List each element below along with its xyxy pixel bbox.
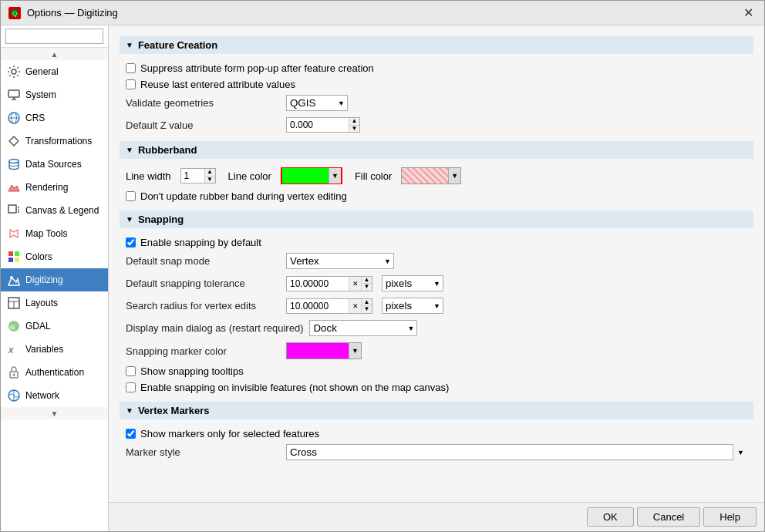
sidebar-item-transformations[interactable]: Transformations xyxy=(1,130,108,153)
snapping-header[interactable]: ▼ Snapping xyxy=(120,210,753,228)
sidebar-item-gdal[interactable]: G GDAL xyxy=(1,315,108,338)
vertex-markers-header[interactable]: ▼ Vertex Markers xyxy=(120,402,753,419)
rendering-icon xyxy=(7,180,21,194)
search-radius-unit-select[interactable]: pixels xyxy=(382,298,443,314)
snapping-marker-color-button[interactable]: ▼ xyxy=(286,342,362,359)
title-bar: Q Options — Digitizing ✕ xyxy=(1,1,764,25)
variables-icon: x xyxy=(7,342,21,356)
validate-geometries-select[interactable]: QGIS xyxy=(286,95,348,111)
system-icon xyxy=(7,88,21,102)
main-body: ▲ General System CRS xyxy=(1,25,764,531)
snap-tolerance-input[interactable] xyxy=(287,277,349,291)
snap-tolerance-row: Default snapping tolerance ✕ ▲ ▼ pixels xyxy=(120,273,753,294)
svg-rect-16 xyxy=(8,258,13,262)
sidebar-item-data-sources-label: Data Sources xyxy=(25,159,82,170)
search-radius-input[interactable] xyxy=(287,299,349,313)
snap-tolerance-label: Default snapping tolerance xyxy=(126,278,280,289)
reuse-values-row: Reuse last entered attribute values xyxy=(120,76,753,93)
marker-style-select[interactable]: Cross xyxy=(286,444,733,460)
sidebar-item-network[interactable]: Network xyxy=(1,384,108,407)
sidebar-item-data-sources[interactable]: Data Sources xyxy=(1,153,108,176)
sidebar-item-canvas-legend[interactable]: Canvas & Legend xyxy=(1,199,108,222)
snap-tolerance-down[interactable]: ▼ xyxy=(361,284,372,291)
svg-rect-10 xyxy=(8,205,16,213)
snap-tolerance-unit-select[interactable]: pixels xyxy=(382,275,443,291)
enable-snapping-checkbox[interactable] xyxy=(126,237,136,247)
reuse-values-checkbox[interactable] xyxy=(126,79,136,89)
sidebar-item-system[interactable]: System xyxy=(1,83,108,106)
snap-tolerance-clear[interactable]: ✕ xyxy=(349,277,361,291)
auth-icon xyxy=(7,365,21,379)
line-width-arrows: ▲ ▼ xyxy=(204,169,215,183)
snap-mode-select[interactable]: Vertex xyxy=(286,253,394,269)
rubberband-arrow: ▼ xyxy=(126,146,133,154)
line-width-input[interactable] xyxy=(181,169,204,183)
no-update-checkbox[interactable] xyxy=(126,191,136,201)
snapping-arrow: ▼ xyxy=(126,215,133,224)
feature-creation-title: Feature Creation xyxy=(138,39,217,51)
default-z-down[interactable]: ▼ xyxy=(349,126,359,133)
marker-style-label: Marker style xyxy=(126,446,280,458)
app-icon: Q xyxy=(8,7,21,19)
validate-geometries-label: Validate geometries xyxy=(126,97,280,109)
sidebar-item-rendering[interactable]: Rendering xyxy=(1,176,108,199)
ok-button[interactable]: OK xyxy=(587,507,634,527)
show-tooltips-label: Show snapping tooltips xyxy=(140,365,244,377)
sidebar-item-crs[interactable]: CRS xyxy=(1,106,108,130)
gdal-icon: G xyxy=(7,319,21,333)
transform-icon xyxy=(7,134,21,148)
suppress-popup-row: Suppress attribute form pop-up after fea… xyxy=(120,60,753,76)
svg-point-26 xyxy=(13,374,15,376)
sidebar-item-colors[interactable]: Colors xyxy=(1,245,108,268)
line-width-down[interactable]: ▼ xyxy=(204,177,215,184)
suppress-popup-checkbox[interactable] xyxy=(126,63,136,73)
enable-snapping-label: Enable snapping by default xyxy=(140,237,261,248)
feature-creation-header[interactable]: ▼ Feature Creation xyxy=(120,36,753,54)
sidebar-item-layouts[interactable]: Layouts xyxy=(1,291,108,315)
svg-point-9 xyxy=(9,160,19,163)
sidebar-item-transformations-label: Transformations xyxy=(25,136,92,146)
line-color-button[interactable]: ▼ xyxy=(281,167,342,184)
close-button[interactable]: ✕ xyxy=(740,5,757,20)
sidebar-item-digitizing[interactable]: Digitizing xyxy=(1,268,108,291)
sidebar-item-variables-label: Variables xyxy=(25,344,63,355)
search-radius-clear[interactable]: ✕ xyxy=(349,299,361,313)
sidebar-scroll-up[interactable]: ▲ xyxy=(1,48,108,60)
sidebar-scroll-down[interactable]: ▼ xyxy=(1,407,108,419)
sidebar-item-colors-label: Colors xyxy=(25,251,52,262)
default-z-arrows: ▲ ▼ xyxy=(349,118,359,132)
show-markers-row: Show markers only for selected features xyxy=(120,426,753,442)
line-width-label: Line width xyxy=(126,170,171,182)
sidebar-item-general[interactable]: General xyxy=(1,60,108,83)
show-tooltips-row: Show snapping tooltips xyxy=(120,363,753,379)
search-radius-down[interactable]: ▼ xyxy=(361,306,372,313)
search-radius-arrows: ▲ ▼ xyxy=(361,299,372,313)
no-update-row: Don't update rubber band during vertex e… xyxy=(120,188,753,204)
default-z-input[interactable] xyxy=(287,118,349,132)
sidebar-item-authentication[interactable]: Authentication xyxy=(1,361,108,384)
no-update-label: Don't update rubber band during vertex e… xyxy=(140,190,347,202)
invisible-features-row: Enable snapping on invisible features (n… xyxy=(120,379,753,396)
rubberband-controls-row: Line width ▲ ▼ Line color ▼ Fill color xyxy=(120,165,753,187)
sidebar-item-map-tools[interactable]: Map Tools xyxy=(1,222,108,245)
search-input[interactable] xyxy=(5,29,103,44)
feature-creation-arrow: ▼ xyxy=(126,41,133,49)
show-tooltips-checkbox[interactable] xyxy=(126,366,136,376)
show-markers-checkbox[interactable] xyxy=(126,429,136,439)
cancel-button[interactable]: Cancel xyxy=(637,507,700,527)
display-dialog-select[interactable]: Dock xyxy=(309,320,417,336)
sidebar-item-variables[interactable]: x Variables xyxy=(1,338,108,361)
datasource-icon xyxy=(7,157,21,171)
help-button[interactable]: Help xyxy=(703,507,757,527)
line-color-label: Line color xyxy=(228,170,271,182)
rubberband-header[interactable]: ▼ Rubberband xyxy=(120,141,753,159)
marker-style-select-wrap: Cross xyxy=(286,444,747,460)
maptools-icon xyxy=(7,227,21,241)
line-color-arrow: ▼ xyxy=(329,168,341,184)
marker-style-row: Marker style Cross xyxy=(120,442,753,463)
show-markers-label: Show markers only for selected features xyxy=(140,428,319,439)
fill-color-button[interactable]: ▼ xyxy=(401,167,461,184)
colors-icon xyxy=(7,250,21,264)
svg-rect-3 xyxy=(8,90,19,97)
invisible-features-checkbox[interactable] xyxy=(126,382,136,392)
